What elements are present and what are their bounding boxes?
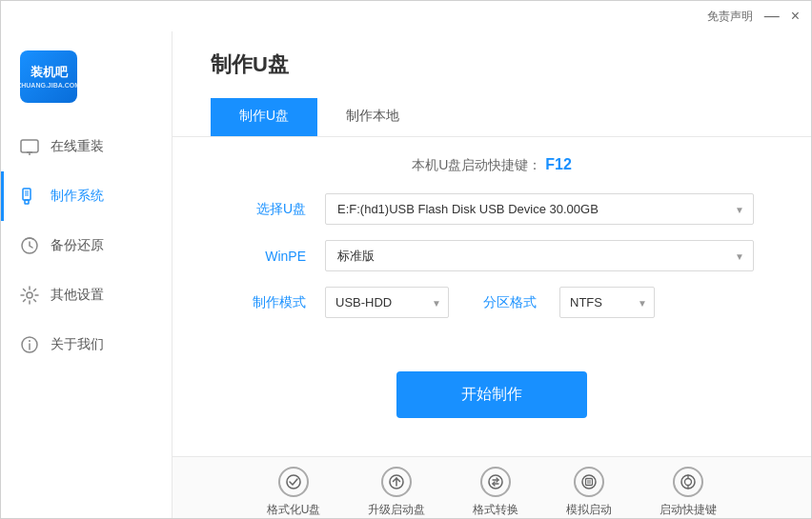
sidebar-label-about-us: 关于我们 (51, 336, 104, 353)
upgrade-boot-icon (381, 467, 412, 497)
sidebar-item-other-settings[interactable]: 其他设置 (1, 270, 172, 320)
sidebar-item-backup-restore[interactable]: 备份还原 (1, 221, 172, 270)
tool-format-usb[interactable]: 格式化U盘 (267, 467, 321, 518)
mode-partition-row: 制作模式 USB-HDD 分区格式 NTFS (230, 287, 754, 318)
disclaimer-link[interactable]: 免责声明 (707, 9, 753, 25)
svg-point-16 (582, 475, 596, 489)
sidebar-label-make-system: 制作系统 (51, 188, 104, 205)
partition-label: 分区格式 (483, 294, 537, 311)
format-usb-icon (278, 467, 309, 497)
tool-upgrade-boot[interactable]: 升级启动盘 (368, 467, 425, 518)
tab-bar: 制作U盘 制作本地 (211, 98, 773, 136)
usb-label: 选择U盘 (230, 201, 306, 218)
sidebar: 装机吧 ZHUANG.JIBA.COM 在线重装 (1, 31, 173, 518)
svg-point-9 (27, 292, 32, 298)
winpe-label: WinPE (230, 249, 306, 264)
app-logo: 装机吧 ZHUANG.JIBA.COM (20, 50, 77, 103)
winpe-select[interactable]: 标准版 (325, 240, 754, 271)
logo-area: 装机吧 ZHUANG.JIBA.COM (1, 41, 172, 122)
svg-rect-3 (23, 189, 30, 200)
other-settings-icon (20, 286, 39, 305)
usb-select-wrapper: E:F:(hd1)USB Flash Disk USB Device 30.00… (325, 193, 754, 225)
format-convert-icon (480, 467, 511, 497)
window-controls: 免责声明 — × (707, 9, 800, 25)
minimize-button[interactable]: — (764, 9, 780, 24)
tab-make-local[interactable]: 制作本地 (317, 98, 428, 136)
sidebar-label-backup-restore: 备份还原 (51, 237, 104, 254)
tool-format-convert[interactable]: 格式转换 (473, 467, 518, 518)
logo-cn: 装机吧 (30, 65, 68, 80)
shortcut-key: F12 (545, 156, 572, 172)
tool-simulate-boot-label: 模拟启动 (566, 502, 612, 518)
sidebar-item-online-reinstall[interactable]: 在线重装 (1, 122, 172, 171)
winpe-select-row: WinPE 标准版 (230, 240, 754, 271)
content-header: 制作U盘 制作U盘 制作本地 (173, 31, 811, 137)
online-reinstall-icon (20, 137, 39, 156)
tool-format-usb-label: 格式化U盘 (267, 502, 321, 518)
tool-simulate-boot[interactable]: 模拟启动 (566, 467, 612, 518)
form-area: 本机U盘启动快捷键： F12 选择U盘 E:F:(hd1)USB Flash D… (173, 137, 811, 456)
tool-upgrade-boot-label: 升级启动盘 (368, 502, 425, 518)
simulate-boot-icon (574, 467, 604, 497)
sidebar-label-other-settings: 其他设置 (51, 287, 104, 304)
usb-control: E:F:(hd1)USB Flash Disk USB Device 30.00… (325, 193, 754, 225)
svg-point-21 (685, 479, 692, 486)
tool-boot-shortcut[interactable]: 启动快捷键 (660, 467, 717, 518)
winpe-control: 标准版 (325, 240, 754, 271)
sidebar-item-make-system[interactable]: 制作系统 (1, 171, 172, 221)
usb-select-row: 选择U盘 E:F:(hd1)USB Flash Disk USB Device … (230, 193, 754, 225)
partition-select-wrapper: NTFS (559, 287, 655, 318)
mode-select-wrapper: USB-HDD (325, 287, 449, 318)
bottom-toolbar: 格式化U盘 升级启动盘 (173, 456, 811, 518)
title-bar: 免责声明 — × (1, 1, 811, 31)
sidebar-label-online-reinstall: 在线重装 (51, 138, 104, 155)
svg-rect-17 (586, 479, 593, 486)
partition-select[interactable]: NTFS (559, 287, 655, 318)
boot-shortcut-icon (673, 467, 703, 497)
content-area: 制作U盘 制作U盘 制作本地 本机U盘启动快捷键： F12 选择U盘 (173, 31, 811, 518)
about-us-icon (20, 335, 39, 354)
svg-point-15 (489, 475, 502, 489)
close-button[interactable]: × (791, 9, 800, 24)
main-window: 免责声明 — × 装机吧 ZHUANG.JIBA.COM (0, 0, 812, 519)
svg-rect-4 (25, 200, 29, 204)
backup-restore-icon (20, 236, 39, 255)
start-button[interactable]: 开始制作 (396, 371, 587, 418)
sidebar-item-about-us[interactable]: 关于我们 (1, 320, 172, 369)
tool-format-convert-label: 格式转换 (473, 502, 518, 518)
page-title: 制作U盘 (211, 50, 773, 79)
mode-label: 制作模式 (230, 294, 306, 311)
svg-point-12 (29, 340, 30, 342)
tab-make-usb[interactable]: 制作U盘 (211, 98, 317, 136)
logo-en: ZHUANG.JIBA.COM (17, 82, 80, 89)
sidebar-nav: 在线重装 制作系统 (1, 122, 172, 518)
winpe-select-wrapper: 标准版 (325, 240, 754, 271)
usb-select[interactable]: E:F:(hd1)USB Flash Disk USB Device 30.00… (325, 193, 754, 225)
svg-rect-0 (21, 140, 38, 152)
main-area: 装机吧 ZHUANG.JIBA.COM 在线重装 (1, 31, 811, 518)
tool-boot-shortcut-label: 启动快捷键 (660, 502, 717, 518)
svg-point-13 (287, 475, 300, 489)
shortcut-prefix: 本机U盘启动快捷键： (412, 157, 541, 172)
start-button-container: 开始制作 (230, 352, 754, 437)
mode-select[interactable]: USB-HDD (325, 287, 449, 318)
shortcut-info: 本机U盘启动快捷键： F12 (230, 156, 754, 174)
make-system-icon (20, 187, 39, 206)
